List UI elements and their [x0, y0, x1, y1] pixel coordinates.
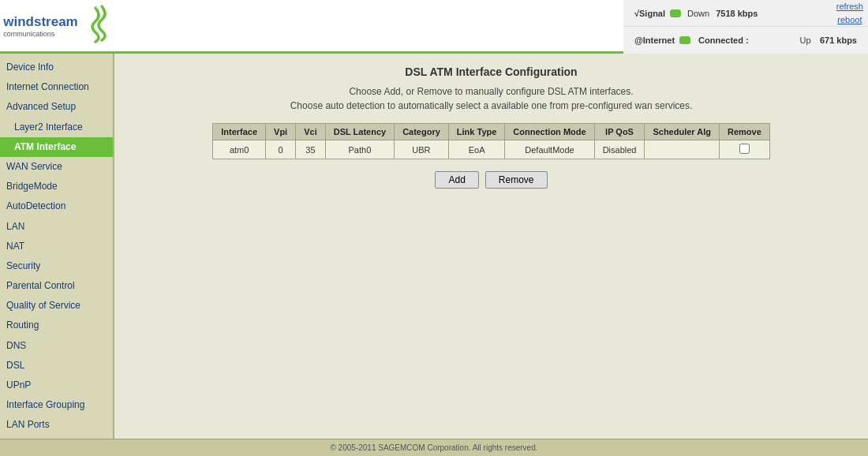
sidebar-item-wan-service[interactable]: WAN Service	[0, 157, 113, 177]
sidebar-item-routing[interactable]: Routing	[0, 316, 113, 335]
status-area: √Signal Down 7518 kbps refresh reboot @I…	[623, 0, 868, 54]
down-label: Down	[684, 9, 713, 18]
remove-cell[interactable]	[720, 140, 770, 159]
reboot-button[interactable]: reboot	[836, 13, 863, 27]
sidebar-item-upnp[interactable]: UPnP	[0, 376, 113, 395]
sidebar-item-quality-of-service[interactable]: Quality of Service	[0, 296, 113, 316]
signal-label: √Signal	[630, 9, 670, 18]
table-header: InterfaceVpiVciDSL LatencyCategoryLink T…	[213, 124, 770, 140]
sidebar-item-advanced-setup[interactable]: Advanced Setup	[0, 97, 113, 117]
atm-table: InterfaceVpiVciDSL LatencyCategoryLink T…	[212, 123, 770, 159]
footer-copyright: © 2005-2011 SAGEMCOM Corporation. All ri…	[330, 443, 537, 452]
col-header-link-type: Link Type	[448, 124, 505, 140]
status-internet-row: @Internet Connected : Up 671 kbps	[623, 27, 868, 54]
button-row: Add Remove	[130, 171, 852, 189]
col-header-connection-mode: Connection Mode	[505, 124, 594, 140]
status-signal-row: √Signal Down 7518 kbps refresh reboot	[623, 0, 868, 27]
subtitle2: Choose auto detection to automatically s…	[130, 100, 852, 111]
sidebar-item-interface-grouping[interactable]: Interface Grouping	[0, 395, 113, 415]
table-body: atm0035Path0UBREoADefaultModeDisabled	[213, 140, 770, 159]
sidebar-item-security[interactable]: Security	[0, 256, 113, 276]
header: windstream communications √Signal Down 7…	[0, 0, 868, 54]
windstream-wave-icon	[80, 4, 111, 47]
internet-led	[679, 36, 690, 44]
main-layout: Device InfoInternet ConnectionAdvanced S…	[0, 54, 868, 439]
col-header-ip-qos: IP QoS	[594, 124, 645, 140]
sidebar-item-dsl[interactable]: DSL	[0, 356, 113, 376]
table-cell-0: atm0	[213, 140, 266, 159]
col-header-vpi: Vpi	[266, 124, 296, 140]
internet-label: @Internet	[630, 36, 679, 45]
sidebar-item-layer2-interface[interactable]: Layer2 Interface	[0, 118, 113, 137]
sidebar-item-device-info[interactable]: Device Info	[0, 58, 113, 77]
table-cell-5: EoA	[448, 140, 505, 159]
column-header-row: InterfaceVpiVciDSL LatencyCategoryLink T…	[213, 124, 770, 140]
signal-section: √Signal Down 7518 kbps	[623, 9, 836, 18]
table-row: atm0035Path0UBREoADefaultModeDisabled	[213, 140, 770, 159]
col-header-scheduler-alg: Scheduler Alg	[645, 124, 720, 140]
sidebar: Device InfoInternet ConnectionAdvanced S…	[0, 54, 114, 439]
subtitle1: Choose Add, or Remove to manually config…	[130, 86, 852, 97]
table-cell-4: UBR	[395, 140, 449, 159]
sidebar-item-nat[interactable]: NAT	[0, 237, 113, 256]
up-label: Up	[797, 36, 814, 45]
col-header-vci: Vci	[296, 124, 326, 140]
content-area: DSL ATM Interface Configuration Choose A…	[114, 54, 868, 439]
logo-area: windstream communications	[0, 0, 114, 51]
table-cell-3: Path0	[325, 140, 394, 159]
page-title: DSL ATM Interface Configuration	[130, 65, 852, 78]
table-cell-8	[645, 140, 720, 159]
refresh-button[interactable]: refresh	[836, 0, 863, 13]
sidebar-item-parental-control[interactable]: Parental Control	[0, 276, 113, 296]
up-speed: 671 kbps	[817, 36, 860, 45]
remove-checkbox[interactable]	[739, 144, 750, 154]
col-header-category: Category	[395, 124, 449, 140]
action-buttons: refresh reboot	[836, 0, 868, 26]
connected-label: Connected :	[694, 36, 754, 45]
sidebar-item-internet-connection[interactable]: Internet Connection	[0, 77, 113, 97]
col-header-interface: Interface	[213, 124, 266, 140]
table-cell-7: Disabled	[594, 140, 645, 159]
add-button[interactable]: Add	[435, 171, 478, 189]
sidebar-item-lan-ports[interactable]: LAN Ports	[0, 415, 113, 435]
table-cell-6: DefaultMode	[505, 140, 594, 159]
sidebar-item-certificate[interactable]: Certificate	[0, 435, 113, 439]
sidebar-item-autodetection[interactable]: AutoDetection	[0, 196, 113, 216]
sidebar-item-atm-interface[interactable]: ATM Interface	[0, 137, 113, 157]
sidebar-item-bridgemode[interactable]: BridgeMode	[0, 177, 113, 196]
sidebar-item-dns[interactable]: DNS	[0, 336, 113, 356]
logo-name: windstream	[3, 14, 77, 30]
signal-led	[670, 9, 681, 17]
table-cell-1: 0	[266, 140, 296, 159]
internet-section: @Internet Connected :	[623, 36, 797, 45]
down-speed: 7518 kbps	[713, 9, 761, 18]
table-cell-2: 35	[296, 140, 326, 159]
col-header-remove: Remove	[720, 124, 770, 140]
col-header-dsl-latency: DSL Latency	[325, 124, 394, 140]
remove-button[interactable]: Remove	[485, 171, 548, 189]
sidebar-item-lan[interactable]: LAN	[0, 217, 113, 237]
footer: © 2005-2011 SAGEMCOM Corporation. All ri…	[0, 439, 868, 456]
speed-up-section: Up 671 kbps	[797, 35, 869, 46]
logo-sub: communications	[3, 30, 54, 38]
